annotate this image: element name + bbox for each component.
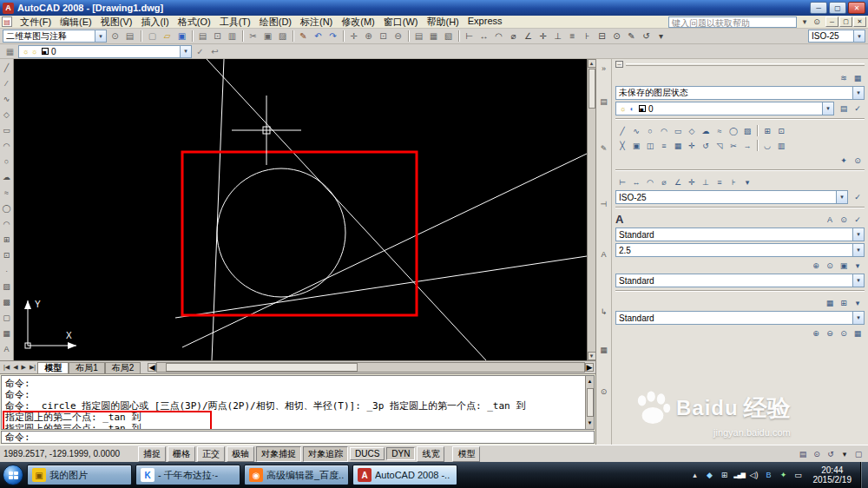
publish-icon[interactable]: ▥ [225,30,240,43]
ordinate-dimension-icon[interactable]: ✛ [685,176,699,188]
panel-expand-chevron[interactable]: » [597,63,611,75]
copy-icon[interactable]: ▣ [629,140,643,152]
polygon-icon[interactable]: ◇ [685,125,699,137]
multiline-text-icon[interactable]: A [1,341,13,357]
menu-edit[interactable]: 编辑(E) [56,16,96,29]
taskbar-item-baidu-editor[interactable]: ◉高级编辑器_百度.. [244,465,349,485]
line-icon[interactable]: ╱ [1,60,13,76]
dimension-flyout-arrow[interactable]: ▾ [654,30,668,43]
text-style-combo[interactable]: Standard ▾ [615,228,865,241]
model-space-toggle[interactable]: 模型 [452,446,480,462]
ordinate-dimension-icon[interactable]: ✛ [536,30,550,43]
dimension-update-icon[interactable]: ↺ [639,30,654,43]
arc-length-icon[interactable]: ◠ [643,176,657,188]
status-bar-menu-arrow[interactable]: ▾ [838,448,851,460]
tab-next-arrow[interactable]: ▶ [20,364,28,371]
menu-modify[interactable]: 修改(M) [337,16,379,29]
angular-dimension-icon[interactable]: ∠ [671,176,685,188]
extend-icon[interactable]: → [740,140,754,152]
workspace-settings-icon[interactable]: ⊙ [108,30,122,43]
menu-help[interactable]: 帮助(H) [423,16,464,29]
angular-dimension-icon[interactable]: ∠ [521,30,536,43]
canvas-horizontal-scrollbar[interactable]: ◀ ▶ [148,362,594,373]
draw-panel-icon[interactable]: ✎ [597,142,611,155]
insert-table-icon[interactable]: ▦ [823,297,837,309]
ellipse-arc-icon[interactable]: ◠ [1,216,13,232]
linear-dimension-icon[interactable]: ⊢ [462,30,477,43]
paste-icon[interactable]: ▨ [275,30,290,43]
radius-dimension-icon[interactable]: ⊥ [550,30,565,43]
tab-last-arrow[interactable]: ▶| [28,364,37,371]
snap-toggle[interactable]: 捕捉 [138,446,166,462]
zoom-previous-icon[interactable]: ⊖ [391,30,405,43]
redo-icon[interactable]: ↷ [326,30,340,43]
text-style-dropdown-arrow[interactable]: ▾ [852,228,864,241]
taskbar-item-my-pictures[interactable]: ▣我的图片 [27,465,132,485]
make-block-icon[interactable]: ⊡ [774,125,788,137]
continue-dimension-icon[interactable]: ⊦ [580,30,595,43]
open-icon[interactable]: ▱ [160,30,174,43]
collapse-dashboard-icon[interactable]: ─ [615,61,623,68]
show-desktop-button[interactable] [860,462,868,488]
menu-file[interactable]: 文件(F) [16,16,56,29]
make-block-icon[interactable]: ⊡ [1,247,13,263]
model-space-canvas[interactable]: YX [14,59,587,360]
taskbar-clock[interactable]: 20:44 2015/2/19 [813,465,852,485]
baseline-dimension-icon[interactable]: ≡ [565,30,580,43]
zoom-out-icon[interactable]: ⊖ [823,327,837,340]
scale-icon[interactable]: ◹ [713,140,727,152]
show-hidden-icons[interactable]: ▴ [689,469,701,481]
minimize-button[interactable]: ─ [810,2,827,14]
doc-close-button[interactable]: ✕ [853,16,866,27]
tab-layout2[interactable]: 布局2 [105,362,141,373]
search-icon[interactable]: ⊙ [811,16,823,28]
erase-icon[interactable]: ╳ [615,140,629,152]
battery-icon[interactable]: ▭ [792,469,805,481]
rotate-icon[interactable]: ↺ [699,140,713,152]
aligned-dimension-icon[interactable]: ↔ [477,30,491,43]
otrack-toggle[interactable]: 对象追踪 [303,446,348,462]
attribute-display-icon[interactable]: ⊙ [823,260,837,272]
gradient-icon[interactable]: ▩ [1,294,13,310]
scroll-down-arrow[interactable]: ▼ [588,352,596,360]
explode-icon[interactable]: ▥ [774,140,788,152]
lineweight-toggle[interactable]: 线宽 [417,446,444,462]
array-icon[interactable]: ▦ [671,140,685,152]
grid-toggle[interactable]: 栅格 [168,446,195,462]
menu-format[interactable]: 格式(O) [174,16,215,29]
spell-check-icon[interactable]: ✓ [851,214,865,226]
scroll-up-arrow[interactable]: ▲ [588,59,596,68]
mirror-icon[interactable]: ◫ [643,140,657,152]
ducs-toggle[interactable]: DUCS [350,447,385,460]
dimension-style-apply-icon[interactable]: ✓ [851,191,865,203]
radius-dimension-icon[interactable]: ⊥ [699,176,713,188]
dim-style-dropdown-arrow[interactable]: ▾ [836,191,847,203]
circle-icon[interactable]: ○ [1,154,13,169]
line-icon[interactable]: ╱ [615,125,629,137]
annotation-visibility-icon[interactable]: ⊙ [811,448,823,460]
polyline-icon[interactable]: ∿ [1,91,13,107]
linear-dimension-icon[interactable]: ⊢ [615,176,629,188]
tab-layout1[interactable]: 布局1 [69,362,105,373]
table-icon[interactable]: ▦ [1,326,13,341]
dyn-toggle[interactable]: DYN [386,447,415,460]
layer-previous-icon[interactable]: ↩ [207,45,222,58]
center-mark-icon[interactable]: ⊙ [609,30,624,43]
osnap-toggle[interactable]: 对象捕捉 [256,446,301,462]
canvas-vertical-scrollbar[interactable]: ▲ ▼ [587,59,595,360]
designcenter-icon[interactable]: ▦ [426,30,441,43]
tool-palettes-icon[interactable]: ▧ [441,30,456,43]
dashboard-layer-combo[interactable]: ☼◐■ 0 ▾ [615,102,834,115]
dim-style-dropdown-arrow[interactable]: ▾ [853,30,865,42]
tab-model[interactable]: 模型 [37,362,69,373]
scroll-left-arrow[interactable]: ◀ [148,363,156,372]
draw-settings-icon[interactable]: ⊙ [851,155,865,167]
plot-preview-icon[interactable]: ⊡ [210,30,225,43]
command-input-line[interactable]: 命令: [1,431,595,444]
construction-line-icon[interactable]: ⁄ [1,76,13,91]
offset-icon[interactable]: ≡ [657,140,671,152]
text-height-dropdown-arrow[interactable]: ▾ [852,244,864,256]
annotation-scale-icon[interactable]: ▤ [797,448,809,460]
ellipse-icon[interactable]: ◯ [727,125,740,137]
menu-express[interactable]: Express [464,16,507,29]
